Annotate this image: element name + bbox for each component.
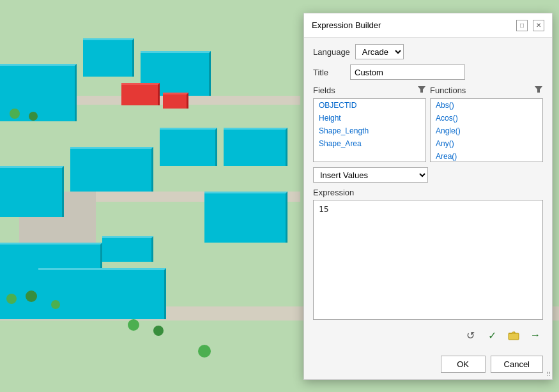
minimize-button[interactable]: □ <box>516 20 528 31</box>
close-button[interactable]: ✕ <box>533 20 544 31</box>
verify-button[interactable]: ✓ <box>484 328 500 343</box>
dialog-title-bar: Expression Builder □ ✕ <box>304 13 552 38</box>
fields-filter-icon[interactable] <box>417 85 426 96</box>
functions-column: Functions Abs() Acos() Angle() Any() Are… <box>430 85 543 162</box>
fields-column: Fields OBJECTID Height Shape_Length Shap… <box>313 85 426 162</box>
expression-section: Expression 15 <box>313 188 543 320</box>
functions-label: Functions <box>430 86 466 95</box>
svg-marker-1 <box>535 86 542 93</box>
fields-label: Fields <box>313 86 335 95</box>
ok-button[interactable]: OK <box>441 356 486 373</box>
insert-values-select[interactable]: Insert Values Insert Field Insert Functi… <box>313 167 428 183</box>
dialog-title: Expression Builder <box>312 20 381 30</box>
undo-button[interactable]: ↺ <box>463 328 478 343</box>
fields-functions-section: Fields OBJECTID Height Shape_Length Shap… <box>313 85 543 162</box>
language-select[interactable]: Arcade Python SQL <box>355 44 404 59</box>
toolbar-row: ↺ ✓ → <box>313 325 543 345</box>
language-label: Language <box>313 47 350 57</box>
list-item[interactable]: OBJECTID <box>314 99 425 112</box>
expression-builder-dialog: Expression Builder □ ✕ Language Arcade P… <box>303 13 553 380</box>
resize-handle[interactable]: ⠿ <box>546 372 551 378</box>
functions-filter-icon[interactable] <box>534 85 543 96</box>
fields-header: Fields <box>313 85 426 96</box>
title-input[interactable] <box>350 64 465 80</box>
open-button[interactable] <box>506 328 521 343</box>
insert-row: Insert Values Insert Field Insert Functi… <box>313 167 543 183</box>
list-item[interactable]: Area() <box>431 150 542 162</box>
list-item[interactable]: Any() <box>431 137 542 150</box>
list-item[interactable]: Height <box>314 112 425 124</box>
list-item[interactable]: Shape_Area <box>314 137 425 150</box>
svg-marker-0 <box>418 86 425 93</box>
language-row: Language Arcade Python SQL <box>313 44 543 59</box>
fields-list[interactable]: OBJECTID Height Shape_Length Shape_Area <box>313 98 426 162</box>
title-label: Title <box>313 68 345 77</box>
dialog-buttons-row: OK Cancel <box>304 352 552 379</box>
functions-header: Functions <box>430 85 543 96</box>
list-item[interactable]: Shape_Length <box>314 124 425 137</box>
title-bar-controls: □ ✕ <box>516 20 544 31</box>
expression-textarea[interactable]: 15 <box>313 200 543 320</box>
list-item[interactable]: Acos() <box>431 112 542 124</box>
svg-rect-2 <box>509 333 519 340</box>
save-button[interactable]: → <box>528 328 543 343</box>
cancel-button[interactable]: Cancel <box>491 356 543 373</box>
list-item[interactable]: Angle() <box>431 124 542 137</box>
expression-label: Expression <box>313 188 543 197</box>
title-row: Title <box>313 64 543 80</box>
list-item[interactable]: Abs() <box>431 99 542 112</box>
functions-list[interactable]: Abs() Acos() Angle() Any() Area() <box>430 98 543 162</box>
dialog-content: Language Arcade Python SQL Title Fields … <box>304 38 552 352</box>
